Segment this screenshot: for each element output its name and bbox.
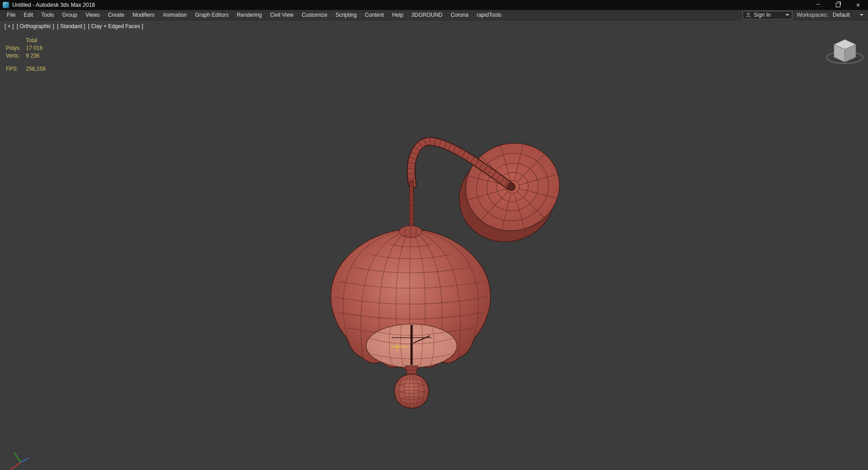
chevron-down-icon	[860, 14, 863, 16]
menu-create[interactable]: Create	[104, 10, 128, 20]
lamp-wall-disc	[446, 130, 572, 253]
chevron-down-icon	[786, 14, 789, 16]
viewport-canvas[interactable]	[0, 20, 868, 470]
menu-animation[interactable]: Animation	[159, 10, 191, 20]
viewport[interactable]: [ + ] [ Orthographic ] [ Standard ] [ Cl…	[0, 20, 868, 470]
3ds-max-window: Untitled - Autodesk 3ds Max 2018 – × Fil…	[0, 0, 868, 470]
stats-polys-label: Polys:	[6, 44, 26, 52]
menu-graph-editors[interactable]: Graph Editors	[191, 10, 233, 20]
stats-total-header: Total	[26, 37, 37, 44]
menu-3dground[interactable]: 3DGROUND	[407, 10, 447, 20]
titlebar: Untitled - Autodesk 3ds Max 2018 – ×	[0, 0, 868, 10]
viewport-label: [ + ] [ Orthographic ] [ Standard ] [ Cl…	[5, 23, 145, 29]
menu-edit[interactable]: Edit	[19, 10, 37, 20]
menu-civil-view[interactable]: Civil View	[266, 10, 298, 20]
lamp-model[interactable]	[331, 130, 572, 408]
sign-in-label: Sign In	[754, 12, 771, 18]
viewport-pov-menu[interactable]: [ Orthographic ]	[17, 23, 54, 29]
lamp-shade	[331, 226, 490, 373]
minimize-button[interactable]: –	[808, 0, 828, 10]
menu-views[interactable]: Views	[81, 10, 104, 20]
restore-icon	[836, 3, 840, 7]
menu-group[interactable]: Group	[58, 10, 81, 20]
stats-verts-value: 9 236	[26, 53, 39, 59]
workspace-value: Default	[833, 12, 850, 18]
menu-corona[interactable]: Corona	[446, 10, 472, 20]
menu-customize[interactable]: Customize	[298, 10, 332, 20]
sign-in-dropdown[interactable]: Sign In	[742, 11, 792, 19]
close-button[interactable]: ×	[848, 0, 868, 10]
menu-help[interactable]: Help	[388, 10, 407, 20]
app-icon	[3, 2, 9, 8]
restore-button[interactable]	[828, 0, 848, 10]
stats-verts-label: Verts:	[6, 52, 26, 60]
workspace-select[interactable]: Default	[833, 12, 864, 18]
stats-fps-label: FPS:	[6, 65, 26, 73]
lamp-rod	[410, 181, 414, 232]
menu-tools[interactable]: Tools	[37, 10, 58, 20]
user-icon	[746, 12, 751, 18]
statistics-overlay: Total Polys:17 018 Verts:9 236 FPS:258,1…	[6, 37, 45, 73]
world-axis	[10, 452, 28, 470]
stats-fps-value: 258,158	[26, 66, 45, 72]
workspaces-label: Workspaces:	[797, 12, 828, 18]
menu-modifiers[interactable]: Modifiers	[128, 10, 159, 20]
viewport-standard-menu[interactable]: [ Standard ]	[57, 23, 85, 29]
viewcube[interactable]	[827, 39, 863, 63]
viewport-shading-menu[interactable]: [ Clay + Edged Faces ]	[88, 23, 143, 29]
menu-rendering[interactable]: Rendering	[233, 10, 266, 20]
lamp-finial	[394, 366, 429, 408]
window-controls: – ×	[808, 0, 868, 10]
menu-scripting[interactable]: Scripting	[331, 10, 361, 20]
menubar: File Edit Tools Group Views Create Modif…	[0, 10, 868, 20]
window-title: Untitled - Autodesk 3ds Max 2018	[12, 2, 95, 8]
menu-content[interactable]: Content	[361, 10, 388, 20]
viewport-plus-menu[interactable]: [ + ]	[5, 23, 14, 29]
menu-file[interactable]: File	[3, 10, 19, 20]
menu-rapidtools[interactable]: rapidTools	[473, 10, 506, 20]
menubar-right: Sign In Workspaces: Default	[742, 11, 868, 19]
stats-polys-value: 17 018	[26, 45, 43, 51]
